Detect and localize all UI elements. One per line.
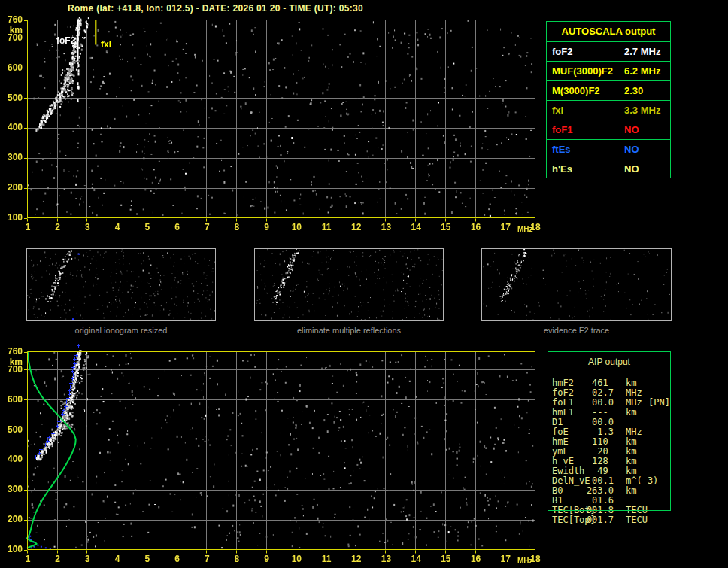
param-label: ftEs bbox=[547, 140, 611, 159]
param-value: NO bbox=[611, 120, 670, 139]
bottom-ionogram-canvas bbox=[24, 339, 539, 555]
x-tick-label: 7 bbox=[199, 222, 215, 232]
x-tick-label: 4 bbox=[109, 222, 126, 232]
x-tick-label: 7 bbox=[199, 554, 215, 564]
y-tick-label: 600 bbox=[0, 62, 23, 73]
x-tick-label: 15 bbox=[438, 222, 454, 232]
x-tick-label: 10 bbox=[288, 554, 305, 564]
fxi-marker-label: fxI bbox=[101, 39, 111, 50]
x-tick-label: 16 bbox=[468, 554, 484, 564]
y-tick-label: 400 bbox=[0, 122, 23, 132]
param-label: MUF(3000)F2 bbox=[547, 62, 611, 80]
param-value: 2.7 MHz bbox=[611, 42, 670, 61]
thumbnail-caption-evidence: evidence F2 trace bbox=[481, 326, 672, 335]
autoscala-row-m-3000-f2: M(3000)F22.30 bbox=[547, 81, 670, 101]
y-tick-label: 400 bbox=[0, 454, 23, 464]
x-tick-label: 14 bbox=[408, 222, 424, 232]
x-tick-label: 8 bbox=[229, 554, 245, 564]
param-value: 2.30 bbox=[611, 81, 670, 100]
aip-row-deln-ve: DelN_vE00.1m^(-3) bbox=[548, 476, 690, 486]
param-label: h'Es bbox=[547, 159, 611, 178]
x-tick-label: 2 bbox=[50, 554, 66, 564]
autoscala-row-muf-3000-f2: MUF(3000)F26.2 MHz bbox=[547, 62, 670, 81]
y-tick-label: 300 bbox=[0, 152, 23, 163]
param-unit: km bbox=[626, 408, 636, 418]
thumbnail-eliminate-reflections bbox=[254, 248, 444, 321]
x-axis-unit: MHz bbox=[517, 225, 533, 233]
x-tick-label: 3 bbox=[79, 222, 96, 232]
x-tick-label: 3 bbox=[79, 554, 96, 564]
x-tick-label: 12 bbox=[348, 222, 365, 232]
thumbnail-original-ionogram bbox=[26, 248, 216, 321]
y-tick-label: 500 bbox=[0, 424, 23, 435]
y-tick-label: 600 bbox=[0, 394, 23, 405]
aip-row-foe: foE1.3MHz bbox=[548, 427, 690, 437]
x-tick-label: 5 bbox=[139, 554, 156, 564]
thumbnail-caption-original: original ionogram resized bbox=[26, 326, 216, 335]
x-tick-label: 16 bbox=[468, 222, 484, 232]
param-unit: TECU bbox=[626, 515, 648, 525]
param-label: M(3000)F2 bbox=[547, 81, 611, 100]
aip-row-hmf1: hmF1--- km bbox=[548, 408, 690, 418]
aip-row-d1: D100.0 bbox=[548, 418, 690, 427]
x-tick-label: 12 bbox=[348, 554, 365, 564]
x-tick-label: 15 bbox=[438, 554, 454, 564]
x-axis-unit: MHz bbox=[517, 557, 533, 565]
y-tick-label: 500 bbox=[0, 93, 23, 103]
y-tick-label: 300 bbox=[0, 484, 23, 494]
y-tick-label: 760 bbox=[0, 346, 23, 357]
thumbnail-eliminate-canvas bbox=[255, 249, 443, 320]
thumbnail-evidence-canvas bbox=[482, 249, 671, 320]
autoscala-row-h-es: h'EsNO bbox=[547, 159, 670, 178]
x-tick-label: 2 bbox=[50, 222, 66, 232]
thumbnail-evidence-f2 bbox=[481, 248, 672, 321]
aip-table-title: AIP output bbox=[548, 352, 670, 372]
x-tick-label: 14 bbox=[408, 554, 424, 564]
page-title: Rome (lat: +41.8, lon: 012.5) - DATE: 20… bbox=[68, 3, 363, 14]
x-tick-label: 11 bbox=[318, 222, 335, 232]
param-label: foF1 bbox=[547, 120, 611, 139]
x-tick-label: 8 bbox=[229, 222, 245, 232]
autoscala-table-rows: foF22.7 MHzMUF(3000)F26.2 MHzM(3000)F22.… bbox=[547, 42, 670, 178]
autoscala-table-title: AUTOSCALA output bbox=[547, 22, 670, 42]
param-value: NO bbox=[611, 140, 670, 159]
x-tick-label: 11 bbox=[318, 554, 335, 564]
y-tick-label: 200 bbox=[0, 182, 23, 193]
thumbnail-caption-eliminate: eliminate multiple reflections bbox=[254, 326, 444, 335]
autoscala-row-fof1: foF1NO bbox=[547, 120, 670, 140]
x-tick-label: 13 bbox=[378, 554, 394, 564]
autoscala-ionogram-screen: Rome (lat: +41.8, lon: 012.5) - DATE: 20… bbox=[0, 0, 728, 568]
x-tick-label: 13 bbox=[378, 222, 394, 232]
x-tick-label: 10 bbox=[288, 222, 305, 232]
aip-row-b0: B0263.0km bbox=[548, 486, 690, 496]
fof2-marker-label: foF2 bbox=[56, 35, 75, 46]
x-tick-label: 1 bbox=[20, 554, 36, 564]
y-tick-label: 760 bbox=[0, 14, 23, 25]
x-tick-label: 5 bbox=[139, 222, 156, 232]
x-tick-label: 9 bbox=[259, 222, 275, 232]
x-tick-label: 17 bbox=[497, 222, 514, 232]
x-tick-label: 17 bbox=[497, 554, 514, 564]
param-value: 6.2 MHz bbox=[611, 62, 670, 80]
y-tick-label: 700 bbox=[0, 32, 23, 43]
param-unit: km bbox=[626, 486, 636, 496]
param-value: 3.3 MHz bbox=[611, 101, 670, 120]
autoscala-output-table: AUTOSCALA output foF22.7 MHzMUF(3000)F26… bbox=[546, 21, 671, 178]
x-tick-label: 1 bbox=[20, 222, 36, 232]
autoscala-row-fxi: fxI3.3 MHz bbox=[547, 101, 670, 120]
param-label: fxI bbox=[547, 101, 611, 120]
autoscala-row-fof2: foF22.7 MHz bbox=[547, 42, 670, 62]
param-label: foF2 bbox=[547, 42, 611, 61]
param-value: 001.7 bbox=[578, 515, 614, 525]
param-value: NO bbox=[611, 159, 670, 178]
aip-row-tec-top-: TEC[Top]001.7TECU bbox=[548, 515, 690, 525]
aip-row-hme: hmE110 km bbox=[548, 437, 690, 447]
x-tick-label: 4 bbox=[109, 554, 126, 564]
y-tick-label: 700 bbox=[0, 364, 23, 375]
autoscala-row-ftes: ftEsNO bbox=[547, 140, 670, 159]
x-tick-label: 6 bbox=[169, 222, 186, 232]
param-flag: [PN] bbox=[648, 398, 670, 408]
y-tick-label: 200 bbox=[0, 514, 23, 524]
x-tick-label: 9 bbox=[259, 554, 275, 564]
x-tick-label: 6 bbox=[169, 554, 186, 564]
